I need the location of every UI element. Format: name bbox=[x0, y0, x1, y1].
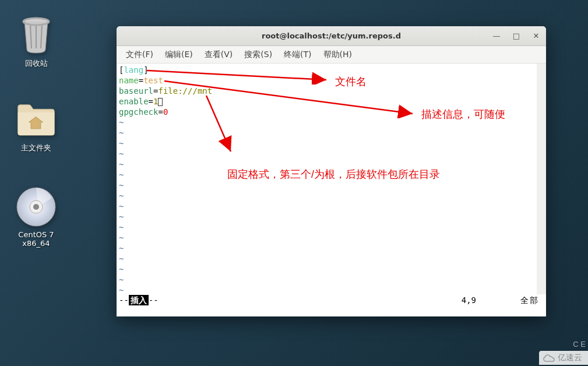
menu-help[interactable]: 帮助(H) bbox=[319, 47, 357, 62]
vim-scope: 全部 bbox=[520, 295, 539, 305]
svg-point-7 bbox=[33, 204, 39, 210]
menu-search[interactable]: 搜索(S) bbox=[240, 47, 277, 62]
cd-desktop-icon[interactable]: CentOS 7 x86_64 bbox=[7, 186, 65, 248]
terminal-window: root@localhost:/etc/yum.repos.d — □ ✕ 文件… bbox=[117, 26, 546, 316]
menu-edit[interactable]: 编辑(E) bbox=[160, 47, 198, 62]
menu-file[interactable]: 文件(F) bbox=[121, 47, 158, 62]
text-cursor bbox=[158, 98, 163, 106]
menu-view[interactable]: 查看(V) bbox=[200, 47, 238, 62]
window-title: root@localhost:/etc/yum.repos.d bbox=[262, 31, 401, 40]
home-folder-label: 主文件夹 bbox=[7, 143, 65, 153]
folder-icon bbox=[16, 99, 57, 140]
terminal-content[interactable]: [lang] name=test baseurl=file:///mnt ena… bbox=[117, 64, 546, 305]
vim-mode: 插入 bbox=[129, 295, 149, 305]
vim-position: 4,9 bbox=[462, 295, 476, 305]
trash-desktop-icon[interactable]: 回收站 bbox=[7, 15, 65, 69]
menubar: 文件(F) 编辑(E) 查看(V) 搜索(S) 终端(T) 帮助(H) bbox=[117, 46, 546, 64]
window-titlebar[interactable]: root@localhost:/etc/yum.repos.d — □ ✕ bbox=[117, 26, 546, 46]
trash-icon bbox=[16, 15, 57, 55]
cloud-icon bbox=[543, 353, 555, 363]
watermark: 亿速云 bbox=[539, 351, 588, 365]
cd-icon bbox=[16, 186, 57, 227]
vim-status-line: -- 插入 -- 4,9 全部 bbox=[117, 294, 546, 305]
screen-indicator: C E bbox=[573, 340, 586, 349]
home-folder-desktop-icon[interactable]: 主文件夹 bbox=[7, 99, 65, 153]
close-button[interactable]: ✕ bbox=[531, 31, 541, 41]
trash-label: 回收站 bbox=[7, 58, 65, 69]
menu-terminal[interactable]: 终端(T) bbox=[279, 47, 316, 62]
maximize-button[interactable]: □ bbox=[511, 31, 522, 41]
minimize-button[interactable]: — bbox=[491, 31, 502, 41]
cd-label: CentOS 7 x86_64 bbox=[7, 230, 65, 248]
